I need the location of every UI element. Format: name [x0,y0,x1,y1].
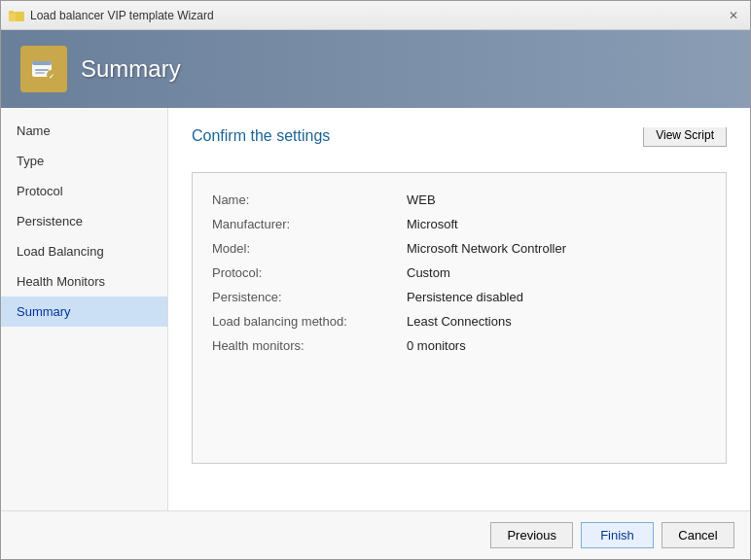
settings-box: Name: WEB Manufacturer: Microsoft Model:… [192,172,727,464]
settings-label: Protocol: [212,265,407,280]
settings-value: Custom [407,265,450,280]
svg-rect-2 [9,11,14,14]
main-content: View Script Confirm the settings Name: W… [168,108,750,510]
sidebar-item-name[interactable]: Name [1,116,167,146]
header-title: Summary [81,55,181,83]
settings-row: Load balancing method: Least Connections [212,314,706,329]
window-title: Load balancer VIP template Wizard [30,9,214,22]
settings-label: Manufacturer: [212,217,407,231]
previous-button[interactable]: Previous [490,522,573,548]
settings-label: Name: [212,192,407,207]
settings-value: Microsoft Network Controller [407,241,566,256]
sidebar-item-summary[interactable]: Summary [1,297,167,327]
sidebar-item-protocol[interactable]: Protocol [1,176,167,206]
settings-label: Model: [212,241,407,256]
wizard-header-icon: ✓ [28,53,59,85]
settings-row: Protocol: Custom [212,265,706,280]
settings-label: Health monitors: [212,338,407,353]
settings-row: Health monitors: 0 monitors [212,338,706,353]
settings-row: Model: Microsoft Network Controller [212,241,706,256]
settings-row: Manufacturer: Microsoft [212,217,706,231]
content-area: Name Type Protocol Persistence Load Bala… [1,108,750,510]
sidebar: Name Type Protocol Persistence Load Bala… [1,108,168,510]
sidebar-item-persistence[interactable]: Persistence [1,206,167,236]
close-button[interactable]: ✕ [725,7,742,24]
settings-value: 0 monitors [407,338,466,353]
finish-button[interactable]: Finish [581,522,654,548]
settings-label: Persistence: [212,290,407,304]
header-banner: ✓ Summary [1,30,750,108]
svg-rect-4 [32,61,52,65]
settings-value: Microsoft [407,217,458,231]
settings-label: Load balancing method: [212,314,407,329]
header-icon-box: ✓ [20,46,67,92]
sidebar-item-health-monitors[interactable]: Health Monitors [1,266,167,297]
svg-rect-5 [35,69,49,71]
sidebar-item-type[interactable]: Type [1,146,167,176]
settings-value: WEB [407,192,436,207]
title-bar: Load balancer VIP template Wizard ✕ [1,1,750,30]
sidebar-item-load-balancing[interactable]: Load Balancing [1,236,167,266]
svg-rect-6 [35,72,45,74]
cancel-button[interactable]: Cancel [662,522,734,548]
wizard-window: Load balancer VIP template Wizard ✕ ✓ Su… [0,0,751,560]
settings-row: Persistence: Persistence disabled [212,290,706,304]
view-script-button[interactable]: View Script [643,127,727,147]
settings-value: Least Connections [407,314,512,329]
footer: Previous Finish Cancel [1,510,750,559]
title-bar-left: Load balancer VIP template Wizard [9,8,214,23]
window-icon [9,8,24,23]
settings-value: Persistence disabled [407,290,523,304]
settings-row: Name: WEB [212,192,706,207]
svg-text:✓: ✓ [49,73,54,80]
